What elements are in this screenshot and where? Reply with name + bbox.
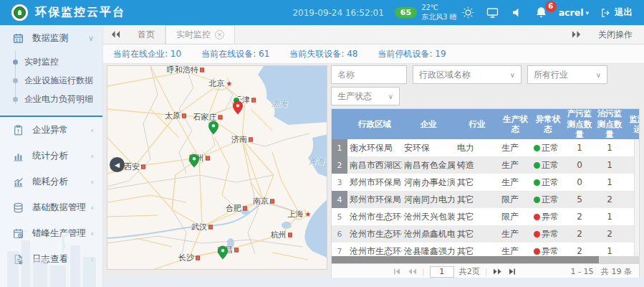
- database-icon: [13, 202, 24, 213]
- header-cell-监测点运行[interactable]: 监测点运行: [625, 114, 640, 135]
- map-label-呼和浩特: 呼和浩特: [167, 65, 204, 75]
- page-input[interactable]: [430, 266, 454, 278]
- map-label-太原: 太原: [165, 110, 186, 121]
- status-select-value: 生产状态: [337, 90, 372, 103]
- stat-item: 当前停机设备: 19: [378, 48, 446, 60]
- map-collapse-button[interactable]: ◀: [110, 157, 125, 172]
- monitor-icon[interactable]: [486, 6, 499, 19]
- close-operations-button[interactable]: 关闭操作: [598, 29, 633, 41]
- header-cell-企业[interactable]: 企业: [402, 119, 455, 129]
- map-label-济南: 济南: [231, 134, 253, 145]
- cell-industry: 其它: [455, 228, 499, 240]
- production-status-select[interactable]: 生产状态 ∨: [331, 87, 400, 105]
- tab-close-icon[interactable]: ×: [215, 30, 224, 39]
- sidebar-item-数据监测[interactable]: 数据监测∨: [0, 25, 102, 51]
- capital-star-icon: ★: [226, 80, 233, 87]
- calendar-alt-icon: [13, 228, 24, 239]
- cell-region: 郑州市环保局: [347, 194, 402, 206]
- last-page-button[interactable]: [507, 268, 517, 276]
- weather-widget: 65 22℃ 东北风3 晴: [395, 4, 475, 22]
- row-number-cell: 1: [332, 139, 347, 156]
- region-select[interactable]: 行政区域名称 ∨: [413, 65, 522, 84]
- cell-abnormal-status: 正常: [532, 177, 564, 189]
- speaker-icon[interactable]: [510, 6, 524, 19]
- header-cell-行政区域[interactable]: 行政区域: [347, 119, 402, 129]
- pager-divider: |: [485, 267, 488, 276]
- sidebar-item-企业异常[interactable]: 企业异常‹: [0, 117, 102, 143]
- sidebar-item-基础数据管理[interactable]: 基础数据管理‹: [0, 194, 102, 220]
- logout-button[interactable]: 退出: [600, 6, 633, 19]
- table-row[interactable]: 1衡水环保局安环保电力生产正常110: [332, 139, 639, 156]
- chevron-down-icon: ∨: [596, 71, 601, 79]
- sidebar-item-能耗分析[interactable]: 能耗分析‹: [0, 169, 102, 194]
- cell-industry: 其它: [455, 211, 499, 223]
- city-square-icon: [208, 225, 213, 229]
- cell-pollution-points: 2: [564, 229, 595, 239]
- sidebar-item-日志查看[interactable]: 日志查看‹: [0, 246, 102, 272]
- row-number-cell: 5: [332, 208, 347, 225]
- name-input[interactable]: [331, 65, 407, 84]
- table-row[interactable]: 6沧州市生态环保局沧州鼎鑫机电设备其它生产异常224: [332, 225, 639, 243]
- map-panel[interactable]: 呼和浩特北京★天津太原石家庄济南西安郑州南京合肥上海★武汉杭州长沙南昌渤海黄海 …: [107, 65, 327, 270]
- map-marker-pin[interactable]: [218, 245, 229, 260]
- table-row[interactable]: 7沧州市生态环保局沧县隆鑫强力加工其它生产异常210: [332, 243, 639, 256]
- sidebar-item-label: 日志查看: [32, 253, 68, 265]
- sidebar-sub-list: 实时监控企业设施运行数据企业电力负荷明细: [0, 51, 102, 111]
- tab-realtime-monitoring[interactable]: 实时监控 ×: [165, 25, 235, 44]
- cell-abnormal-status: 异常: [532, 211, 564, 223]
- prev-page-button[interactable]: [407, 268, 417, 276]
- sidebar-sub-item-企业电力负荷明细[interactable]: 企业电力负荷明细: [0, 90, 102, 108]
- cell-treatment-points: 1: [595, 246, 625, 256]
- industry-select[interactable]: 所有行业 ∨: [527, 65, 607, 84]
- vertical-scrollbar[interactable]: [634, 139, 639, 256]
- map-marker-pin[interactable]: [189, 154, 200, 168]
- cell-pollution-points: 2: [564, 212, 595, 222]
- tab-home[interactable]: 首页: [128, 25, 165, 44]
- cell-treatment-points: 2: [595, 194, 625, 204]
- cell-production-status: 生产: [499, 245, 532, 257]
- table-row[interactable]: 3郑州市环保局河南办事处演示其它生产正常010: [332, 174, 639, 191]
- sidebar-sub-item-企业设施运行数据[interactable]: 企业设施运行数据: [0, 71, 102, 90]
- cell-industry: 其它: [455, 194, 499, 206]
- header-cell-产污监测点数量[interactable]: 产污监测点数量: [564, 108, 595, 139]
- map-marker-pin[interactable]: [233, 100, 244, 115]
- datetime-label: 2019-09-24 16:52:01: [292, 8, 383, 18]
- header-cell-行业[interactable]: 行业: [455, 119, 499, 129]
- table-row[interactable]: 4郑州市环保局河南同力电力设备其它限产正常525: [332, 191, 639, 208]
- first-page-button[interactable]: [392, 268, 402, 276]
- status-dot: [534, 214, 540, 220]
- footer-strip: [103, 278, 644, 287]
- cell-pollution-points: 2: [564, 246, 595, 256]
- city-square-icon: [141, 164, 145, 169]
- table-row[interactable]: 2南昌市西湖区环保局南昌有色金属有限铸造生产正常010: [332, 156, 639, 174]
- sidebar-nav: 数据监测∨实时监控企业设施运行数据企业电力负荷明细企业异常‹统计分析‹能耗分析‹…: [0, 25, 103, 287]
- map-marker-pin[interactable]: [208, 121, 219, 135]
- next-page-button[interactable]: [492, 268, 502, 276]
- table-row[interactable]: 5沧州市生态环保局沧州天兴包装制品其它限产异常213: [332, 208, 639, 225]
- header-cell-治污监测点数量[interactable]: 治污监测点数量: [595, 108, 625, 139]
- status-dot: [534, 248, 540, 255]
- cell-industry: 电力: [455, 142, 499, 154]
- city-square-icon: [206, 156, 210, 160]
- temperature-label: 22℃: [421, 4, 438, 11]
- clipboard-alert-icon: [13, 125, 24, 136]
- sidebar-item-统计分析[interactable]: 统计分析‹: [0, 143, 102, 169]
- status-dot: [534, 197, 540, 203]
- map-label-黄海: 黄海: [309, 156, 325, 166]
- scrollbar-thumb[interactable]: [332, 256, 599, 263]
- sidebar-item-错峰生产管理[interactable]: 错峰生产管理‹: [0, 220, 102, 246]
- total-records-label: 共 19 条: [601, 267, 632, 276]
- horizontal-scrollbar[interactable]: [332, 256, 639, 263]
- industry-select-value: 所有行业: [534, 69, 568, 81]
- header-cell-异常状态[interactable]: 异常状态: [532, 114, 564, 135]
- sidebar-sub-item-实时监控[interactable]: 实时监控: [0, 52, 102, 71]
- user-menu[interactable]: acrel ▾: [559, 7, 589, 18]
- stat-item: 当前在线企业: 10: [113, 48, 181, 60]
- tabs-scroll-left-button[interactable]: [103, 25, 128, 44]
- tabs-scroll-right-button[interactable]: [572, 30, 581, 39]
- sidebar-item-label: 能耗分析: [32, 176, 68, 188]
- notifications-button[interactable]: 6: [534, 6, 548, 19]
- header-cell-生产状态[interactable]: 生产状态: [499, 114, 532, 135]
- city-square-icon: [196, 255, 200, 260]
- city-square-icon: [182, 113, 186, 118]
